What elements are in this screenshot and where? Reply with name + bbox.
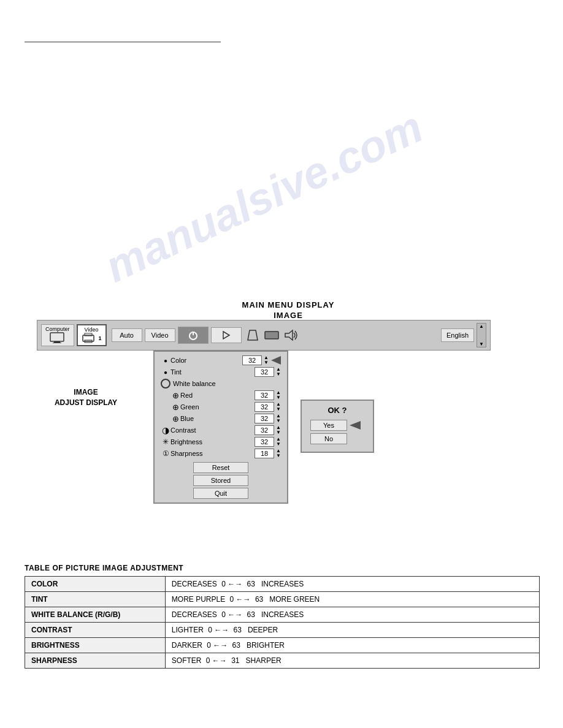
color-icon: ●: [161, 355, 170, 365]
computer-label: Computer: [45, 326, 70, 332]
green-down-arrow[interactable]: ▼: [276, 407, 281, 412]
svg-marker-8: [223, 332, 229, 339]
yes-arrow-icon: [350, 421, 361, 430]
brightness-down-arrow[interactable]: ▼: [276, 442, 281, 447]
stored-button[interactable]: Stored: [193, 475, 248, 486]
english-button[interactable]: English: [441, 328, 474, 342]
play-icon: [221, 330, 231, 340]
sharpness-row-desc: SOFTER 0 ←→ 31 SHARPER: [165, 653, 539, 669]
sharpness-label: Sharpness: [170, 450, 255, 457]
table-row: TINT MORE PURPLE 0 ←→ 63 MORE GREEN: [25, 592, 540, 607]
power-icon: [188, 330, 199, 341]
brightness-arrow-sym: 0 ←→: [207, 641, 228, 650]
brightness-row-desc: DARKER 0 ←→ 63 BRIGHTER: [165, 638, 539, 653]
contrast-label: Contrast: [170, 427, 255, 434]
play-button[interactable]: [211, 327, 242, 343]
ok-panel: OK ? Yes No: [301, 400, 374, 453]
display-area: IMAGE ADJUST DISPLAY ● Color 32 ▲ ▼ ● Ti…: [37, 351, 491, 534]
ok-title: OK ?: [310, 406, 364, 415]
computer-icon: [49, 332, 66, 344]
blue-arrows[interactable]: ▲ ▼: [276, 414, 281, 423]
sharpness-row-label: SHARPNESS: [25, 653, 166, 669]
sharpness-down-arrow[interactable]: ▼: [276, 453, 281, 458]
panel-buttons: Reset Stored Quit: [161, 462, 281, 499]
sharpness-arrow-sym: 0 ←→: [206, 656, 227, 665]
svg-rect-2: [53, 343, 61, 343]
contrast-down-arrow[interactable]: ▼: [276, 430, 281, 435]
sharpness-value: 18: [255, 449, 274, 458]
brightness-label: Brightness: [170, 438, 255, 446]
power-button[interactable]: [178, 327, 209, 344]
tint-row-label: TINT: [25, 592, 166, 607]
trapezoid-shape: [245, 329, 261, 341]
main-menu-label: MAIN MENU DISPLAY: [37, 300, 540, 309]
contrast-arrows[interactable]: ▲ ▼: [276, 425, 281, 435]
red-down-arrow[interactable]: ▼: [276, 395, 281, 400]
brightness-arrows[interactable]: ▲ ▼: [276, 437, 281, 447]
computer-button[interactable]: Computer: [41, 324, 74, 346]
video-mode-button[interactable]: Video: [145, 328, 175, 342]
yes-button[interactable]: Yes: [310, 420, 347, 431]
blue-label: Blue: [180, 415, 255, 422]
blue-icon: ⊕: [170, 414, 180, 423]
red-label: Red: [180, 392, 255, 399]
tint-label: Tint: [170, 368, 255, 376]
printer-icon: [82, 333, 98, 344]
red-arrows[interactable]: ▲ ▼: [276, 390, 281, 400]
tint-down-arrow[interactable]: ▼: [276, 372, 281, 377]
blue-value: 32: [255, 414, 274, 423]
blue-down-arrow[interactable]: ▼: [276, 419, 281, 423]
speaker-icon[interactable]: [282, 328, 299, 342]
table-section: TABLE OF PICTURE IMAGE ADJUSTMENT COLOR …: [25, 564, 540, 669]
svg-rect-10: [265, 332, 278, 339]
red-icon: ⊕: [170, 390, 180, 400]
color-arrows[interactable]: ▲ ▼: [264, 355, 269, 365]
contrast-row-desc: LIGHTER 0 ←→ 63 DEEPER: [165, 623, 539, 638]
contrast-row-label: CONTRAST: [25, 623, 166, 638]
table-title: TABLE OF PICTURE IMAGE ADJUSTMENT: [25, 564, 540, 572]
top-divider: [25, 42, 221, 42]
contrast-value: 32: [255, 425, 274, 435]
color-selected-indicator: [271, 356, 281, 365]
wb-row-desc: DECREASES 0 ←→ 63 INCREASES: [165, 607, 539, 623]
flat-screen-icon[interactable]: [263, 328, 280, 342]
speaker-shape: [283, 329, 299, 341]
auto-button[interactable]: Auto: [112, 328, 142, 342]
svg-rect-0: [50, 333, 64, 341]
main-content: MAIN MENU DISPLAY IMAGE Computer Video 1: [37, 300, 540, 534]
video-label: Video: [85, 327, 99, 333]
contrast-row: ◑ Contrast 32 ▲ ▼: [161, 425, 281, 435]
green-icon: ⊕: [170, 402, 180, 412]
svg-marker-9: [248, 330, 258, 340]
sharpness-arrows[interactable]: ▲ ▼: [276, 449, 281, 458]
svg-rect-1: [54, 341, 60, 343]
video-button[interactable]: Video 1: [77, 324, 107, 346]
reset-button[interactable]: Reset: [193, 462, 248, 473]
blue-row: ⊕ Blue 32 ▲ ▼: [161, 414, 281, 423]
trapezoid-icon[interactable]: [244, 328, 261, 342]
table-row: CONTRAST LIGHTER 0 ←→ 63 DEEPER: [25, 623, 540, 638]
red-value: 32: [255, 390, 274, 400]
toolbar-scrollbar[interactable]: ▲ ▼: [477, 323, 486, 347]
tint-value: 32: [255, 367, 274, 377]
color-row-desc: DECREASES 0 ←→ 63 INCREASES: [165, 577, 539, 592]
quit-button[interactable]: Quit: [193, 488, 248, 499]
color-down-arrow[interactable]: ▼: [264, 360, 269, 365]
no-button[interactable]: No: [310, 433, 347, 444]
tint-arrows[interactable]: ▲ ▼: [276, 367, 281, 377]
tint-arrow-sym: 0 ←→: [230, 595, 251, 604]
color-label: Color: [170, 357, 242, 364]
color-value: 32: [242, 355, 262, 365]
contrast-icon: ◑: [161, 425, 170, 435]
wb-row-label: WHITE BALANCE (R/G/B): [25, 607, 166, 623]
wb-arrow-sym: 0 ←→: [221, 610, 242, 619]
yes-row: Yes: [310, 420, 364, 431]
image-adjust-label: IMAGE ADJUST DISPLAY: [37, 387, 135, 408]
table-row: WHITE BALANCE (R/G/B) DECREASES 0 ←→ 63 …: [25, 607, 540, 623]
tint-row: ● Tint 32 ▲ ▼: [161, 367, 281, 377]
green-arrows[interactable]: ▲ ▼: [276, 402, 281, 412]
green-row: ⊕ Green 32 ▲ ▼: [161, 402, 281, 412]
white-balance-icon: [161, 379, 170, 389]
toolbar: Computer Video 1 Auto Video: [37, 320, 491, 351]
flat-shape: [264, 329, 280, 341]
